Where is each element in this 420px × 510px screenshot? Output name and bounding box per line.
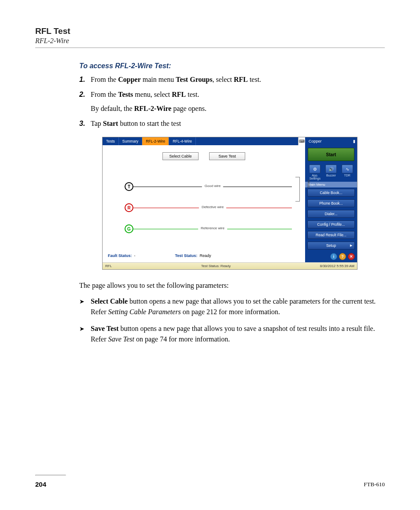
gear-icon: ⚙: [309, 165, 321, 173]
step-2: 2. From the Tests menu, select RFL test.…: [79, 89, 380, 114]
fault-status: Fault Status: -: [108, 253, 136, 258]
device-footer: RFL Test Status: Ready 8/30/2012 5:55:39…: [103, 262, 357, 269]
step-body: From the Tests menu, select RFL test. By…: [91, 89, 380, 114]
wire-diagram: T Good wire R Defective wire: [125, 176, 292, 239]
step-3: 3. Tap Start button to start the test: [79, 118, 380, 129]
footer-left: RFL: [105, 264, 112, 268]
menu-config-profile[interactable]: Config / Profile...: [307, 220, 355, 228]
bullet-mark: ➤: [79, 323, 91, 345]
menu-section-header: Main Menu: [305, 182, 357, 187]
menu-setup[interactable]: Setup▶: [307, 242, 355, 249]
save-test-button[interactable]: Save Test: [209, 152, 245, 160]
tab-tests[interactable]: Tests: [103, 137, 119, 145]
menu-read-result[interactable]: Read Result File...: [307, 231, 355, 239]
select-cable-button[interactable]: Select Cable: [162, 152, 199, 160]
tab-bar: Tests Summary RFL-2-Wire RFL-4-Wire ⌨: [103, 137, 305, 145]
bullet-mark: ➤: [79, 296, 91, 317]
wire-label-good: Good wire: [202, 184, 223, 188]
wire-reference: Reference wire: [133, 229, 292, 229]
quick-tdr[interactable]: ∿ TDR: [340, 165, 354, 180]
wire-label-reference: Reference wire: [198, 226, 227, 230]
side-panel: Copper ▮ Start ⚙ App. Settings 🔊 Buzze: [305, 137, 357, 262]
paragraph: The page allows you to set the following…: [79, 280, 380, 291]
wire-label-defective: Defective wire: [199, 205, 226, 209]
wave-icon: ∿: [342, 165, 353, 173]
keyboard-icon[interactable]: ⌨: [298, 137, 305, 145]
step-body: From the Copper main menu Test Groups, s…: [91, 74, 380, 85]
strap-bracket: [295, 177, 300, 202]
page-header-title: RFL Test: [35, 26, 385, 36]
speaker-icon: 🔊: [325, 165, 337, 173]
side-panel-header: Copper ▮: [305, 137, 357, 145]
menu-cable-book[interactable]: Cable Book...: [307, 189, 355, 197]
chevron-right-icon: ▶: [350, 244, 352, 247]
step-body: Tap Start button to start the test: [91, 118, 380, 129]
footer-center: Test Status: Ready: [112, 264, 320, 268]
tab-summary[interactable]: Summary: [119, 137, 142, 145]
step-number: 3.: [79, 118, 91, 129]
header-divider: [35, 48, 385, 48]
quick-app-settings[interactable]: ⚙ App. Settings: [308, 165, 322, 180]
embedded-screenshot: Tests Summary RFL-2-Wire RFL-4-Wire ⌨ Se…: [79, 137, 380, 270]
wire-defective: Defective wire: [133, 208, 292, 208]
bullet-save-test: ➤ Save Test button opens a new page that…: [79, 323, 380, 345]
document-code: FTB-610: [364, 481, 385, 488]
info-button[interactable]: i: [330, 253, 337, 260]
quick-buzzer[interactable]: 🔊 Buzzer: [324, 165, 338, 180]
footer-timestamp: 8/30/2012 5:55:39 AM: [320, 264, 354, 268]
strap-label: Strap: [306, 180, 310, 188]
battery-icon: ▮: [353, 137, 355, 145]
help-button[interactable]: ?: [339, 253, 346, 260]
node-t: T: [125, 182, 133, 191]
step-1: 1. From the Copper main menu Test Groups…: [79, 74, 380, 85]
page-header-subtitle: RFL-2-Wire: [35, 37, 385, 45]
node-g: G: [125, 224, 133, 233]
wire-good: Good wire: [133, 187, 292, 187]
section-heading: To access RFL-2-Wire Test:: [79, 62, 380, 70]
step-number: 2.: [79, 89, 91, 114]
tab-rfl-4-wire[interactable]: RFL-4-Wire: [169, 137, 196, 145]
step-number: 1.: [79, 74, 91, 85]
tab-rfl-2-wire[interactable]: RFL-2-Wire: [142, 137, 169, 145]
bullet-select-cable: ➤ Select Cable button opens a new page t…: [79, 296, 380, 317]
node-r: R: [125, 203, 133, 212]
test-status: Test Status: Ready: [175, 253, 211, 258]
start-button[interactable]: Start: [308, 148, 354, 161]
menu-dialer[interactable]: Dialer...: [307, 210, 355, 218]
page-number: 204: [35, 481, 46, 488]
close-button[interactable]: ✕: [348, 253, 355, 260]
menu-phone-book[interactable]: Phone Book...: [307, 199, 355, 207]
footer-rule: [35, 475, 66, 476]
